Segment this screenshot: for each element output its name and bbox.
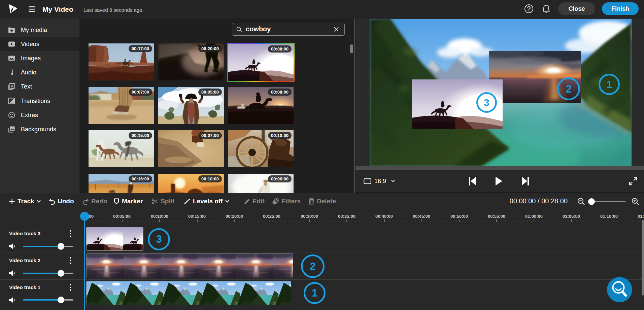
svg-text:A: A	[11, 84, 13, 88]
